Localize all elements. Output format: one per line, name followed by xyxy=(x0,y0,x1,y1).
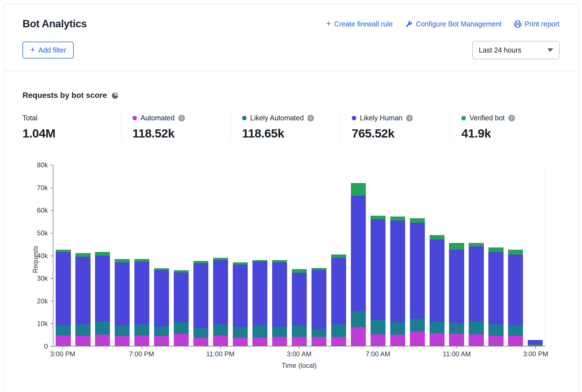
bar-segment-verified-bot[interactable] xyxy=(56,250,71,252)
configure-bot-management-link[interactable]: Configure Bot Management xyxy=(405,20,502,28)
stacked-bar[interactable] xyxy=(134,165,149,346)
stacked-bar[interactable] xyxy=(272,165,287,346)
bar-segment-verified-bot[interactable] xyxy=(312,268,326,270)
bar-segment-likely-automated[interactable] xyxy=(56,325,71,335)
bar-segment-likely-human[interactable] xyxy=(351,196,366,311)
bar-segment-verified-bot[interactable] xyxy=(508,250,523,254)
bar-segment-automated[interactable] xyxy=(508,336,523,346)
bar-segment-automated[interactable] xyxy=(469,334,484,346)
stacked-bar[interactable] xyxy=(312,165,326,346)
bar-segment-likely-automated[interactable] xyxy=(75,325,90,336)
bar-segment-likely-human[interactable] xyxy=(233,265,248,327)
bar-segment-likely-automated[interactable] xyxy=(272,326,287,337)
add-filter-button[interactable]: + Add filter xyxy=(22,42,74,58)
bar-segment-likely-human[interactable] xyxy=(272,262,287,326)
stacked-bar[interactable] xyxy=(410,165,425,346)
bar-segment-automated[interactable] xyxy=(449,334,464,346)
bar-segment-automated[interactable] xyxy=(174,334,189,346)
bar-segment-verified-bot[interactable] xyxy=(292,269,307,273)
bar-segment-likely-human[interactable] xyxy=(95,256,110,321)
bar-segment-automated[interactable] xyxy=(272,337,287,346)
bar-segment-likely-automated[interactable] xyxy=(115,326,130,336)
bar-segment-likely-human[interactable] xyxy=(449,250,464,323)
bar-segment-likely-human[interactable] xyxy=(488,252,503,325)
bar-segment-likely-automated[interactable] xyxy=(508,325,523,336)
bar-segment-verified-bot[interactable] xyxy=(351,183,366,196)
info-icon[interactable]: i xyxy=(406,115,413,121)
bar-segment-likely-automated[interactable] xyxy=(312,329,326,337)
bar-segment-likely-automated[interactable] xyxy=(449,323,464,334)
stacked-bar[interactable] xyxy=(351,165,366,346)
bar-segment-likely-human[interactable] xyxy=(371,219,385,320)
bar-segment-likely-automated[interactable] xyxy=(154,326,169,336)
bar-segment-likely-automated[interactable] xyxy=(488,325,503,335)
stacked-bar[interactable] xyxy=(469,165,484,346)
bar-segment-likely-human[interactable] xyxy=(390,220,405,322)
bar-segment-verified-bot[interactable] xyxy=(390,217,405,220)
bar-segment-likely-human[interactable] xyxy=(430,240,445,322)
stacked-bar[interactable] xyxy=(56,165,71,346)
bar-segment-verified-bot[interactable] xyxy=(174,270,189,272)
bar-segment-likely-automated[interactable] xyxy=(213,325,228,335)
bar-segment-verified-bot[interactable] xyxy=(193,261,208,263)
bar-segment-verified-bot[interactable] xyxy=(449,243,464,250)
bar-segment-automated[interactable] xyxy=(292,337,307,346)
bar-segment-automated[interactable] xyxy=(193,338,208,346)
bar-segment-likely-automated[interactable] xyxy=(233,327,248,338)
bar-segment-verified-bot[interactable] xyxy=(410,218,425,223)
bar-segment-verified-bot[interactable] xyxy=(371,216,385,219)
bar-segment-likely-human[interactable] xyxy=(56,252,71,325)
bar-segment-likely-human[interactable] xyxy=(410,223,425,319)
bar-segment-likely-automated[interactable] xyxy=(252,325,267,337)
stacked-bar[interactable] xyxy=(508,165,523,346)
stacked-bar[interactable] xyxy=(95,165,110,346)
bar-segment-automated[interactable] xyxy=(528,345,543,346)
bar-segment-likely-human[interactable] xyxy=(115,262,130,326)
bar-segment-automated[interactable] xyxy=(390,335,405,346)
bar-segment-likely-automated[interactable] xyxy=(174,322,189,334)
bar-segment-likely-human[interactable] xyxy=(75,257,90,325)
stacked-bar[interactable] xyxy=(115,165,130,346)
bar-segment-verified-bot[interactable] xyxy=(213,258,228,260)
bar-segment-likely-automated[interactable] xyxy=(469,321,484,334)
bar-segment-likely-human[interactable] xyxy=(469,246,484,321)
stacked-bar[interactable] xyxy=(528,165,543,346)
stacked-bar[interactable] xyxy=(371,165,385,346)
time-range-select[interactable]: Last 24 hours xyxy=(472,41,560,59)
bar-segment-automated[interactable] xyxy=(488,336,503,346)
bar-segment-automated[interactable] xyxy=(95,335,110,346)
bar-segment-likely-human[interactable] xyxy=(174,272,189,322)
bar-segment-automated[interactable] xyxy=(134,335,149,346)
print-report-link[interactable]: Print report xyxy=(514,20,560,28)
bar-segment-likely-automated[interactable] xyxy=(193,328,208,338)
bar-segment-automated[interactable] xyxy=(154,336,169,346)
bar-segment-likely-automated[interactable] xyxy=(292,326,307,337)
stacked-bar[interactable] xyxy=(154,165,169,346)
bar-segment-likely-human[interactable] xyxy=(252,261,267,325)
stacked-bar[interactable] xyxy=(75,165,90,346)
bar-segment-automated[interactable] xyxy=(56,335,71,346)
bar-segment-automated[interactable] xyxy=(371,334,385,346)
bar-segment-automated[interactable] xyxy=(213,335,228,346)
stacked-bar[interactable] xyxy=(430,165,445,346)
bar-segment-verified-bot[interactable] xyxy=(430,235,445,240)
bar-segment-verified-bot[interactable] xyxy=(134,259,149,262)
bar-segment-likely-human[interactable] xyxy=(292,273,307,326)
bar-segment-likely-human[interactable] xyxy=(528,340,543,344)
bar-segment-verified-bot[interactable] xyxy=(488,247,503,252)
bar-segment-likely-human[interactable] xyxy=(331,258,346,325)
bar-segment-automated[interactable] xyxy=(75,336,90,346)
bar-segment-verified-bot[interactable] xyxy=(75,253,90,256)
bar-segment-automated[interactable] xyxy=(312,337,326,346)
bar-segment-likely-automated[interactable] xyxy=(390,322,405,335)
bar-segment-automated[interactable] xyxy=(430,333,445,346)
stacked-bar[interactable] xyxy=(252,165,267,346)
bar-segment-likely-automated[interactable] xyxy=(410,319,425,332)
bar-segment-verified-bot[interactable] xyxy=(272,260,287,262)
stacked-bar[interactable] xyxy=(390,165,405,346)
bar-segment-likely-automated[interactable] xyxy=(430,322,445,333)
bar-segment-verified-bot[interactable] xyxy=(469,243,484,247)
info-icon[interactable]: i xyxy=(508,115,515,121)
bar-segment-automated[interactable] xyxy=(252,337,267,346)
stacked-bar[interactable] xyxy=(233,165,248,346)
